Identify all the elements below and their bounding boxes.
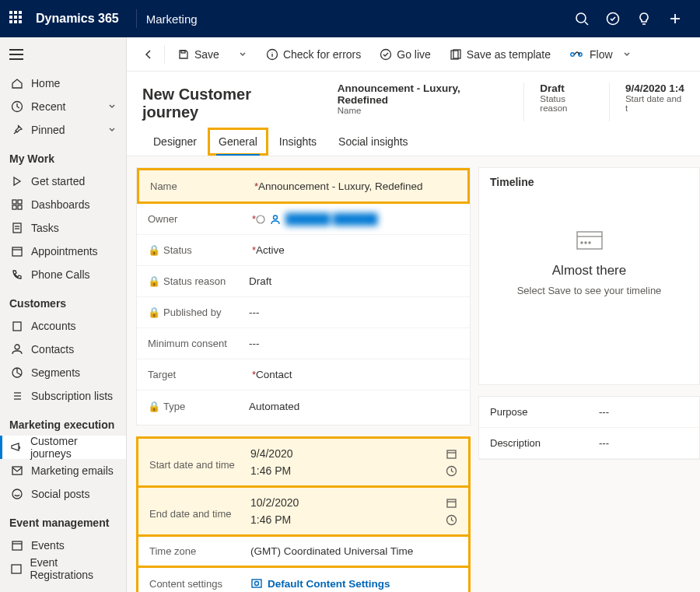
clock-icon — [446, 465, 457, 477]
flow-button[interactable]: Flow — [562, 42, 639, 67]
section-customers: Customers — [0, 286, 126, 314]
tab-designer[interactable]: Designer — [142, 128, 208, 156]
svg-rect-14 — [12, 247, 22, 256]
task-recorder-icon[interactable] — [597, 0, 628, 37]
topbar-divider — [136, 9, 137, 28]
header-date-field[interactable]: 9/4/2020 1:4Start date and t — [625, 82, 684, 113]
sidebar-accounts[interactable]: Accounts — [0, 314, 126, 338]
description-field[interactable]: Description--- — [479, 428, 699, 459]
tab-insights[interactable]: Insights — [268, 128, 327, 156]
svg-rect-23 — [12, 467, 22, 475]
start-datetime-field[interactable]: Start date and time 9/4/2020 1:46 PM — [138, 439, 468, 488]
status-reason-field[interactable]: 🔒Status reason Draft — [137, 266, 470, 297]
sidebar-recent[interactable]: Recent — [0, 95, 126, 118]
calendar-icon — [9, 245, 25, 257]
svg-point-37 — [257, 215, 264, 223]
sidebar-home[interactable]: Home — [0, 72, 126, 95]
status-field[interactable]: 🔒Status* Active — [137, 235, 470, 266]
sidebar-label: Tasks — [31, 222, 59, 234]
add-icon[interactable] — [660, 0, 691, 37]
sidebar-phone-calls[interactable]: Phone Calls — [0, 263, 126, 286]
name-field[interactable]: Name* Announcement - Luxury, Redefined — [139, 170, 467, 201]
lock-icon: 🔒 — [148, 307, 160, 318]
sidebar-label: Accounts — [31, 320, 76, 332]
end-datetime-field[interactable]: End date and time 10/2/2020 1:46 PM — [138, 488, 468, 537]
pin-icon — [9, 124, 25, 136]
sidebar-get-started[interactable]: Get started — [0, 170, 126, 193]
timeline-card: Timeline Almost there Select Save to see… — [478, 167, 700, 385]
svg-point-32 — [381, 49, 391, 59]
sidebar-events[interactable]: Events — [0, 534, 126, 557]
svg-rect-25 — [12, 541, 22, 550]
sidebar-contacts[interactable]: Contacts — [0, 338, 126, 361]
check-errors-button[interactable]: Check for errors — [258, 42, 369, 67]
chevron-down-icon — [107, 102, 117, 111]
header-status-field[interactable]: DraftStatus reason — [540, 82, 593, 113]
header-name-field[interactable]: Announcement - Luxury, RedefinedName — [338, 82, 509, 115]
sidebar-tasks[interactable]: Tasks — [0, 216, 126, 240]
svg-rect-7 — [12, 200, 16, 204]
timeline-heading: Almost there — [490, 263, 688, 278]
flow-icon — [569, 48, 585, 61]
calendar-icon — [9, 539, 25, 552]
section-marketing-execution: Marketing execution — [0, 408, 126, 436]
svg-rect-39 — [447, 450, 456, 458]
sidebar-subscription-lists[interactable]: Subscription lists — [0, 384, 126, 408]
general-form-card: Name* Announcement - Luxury, Redefined O… — [136, 167, 471, 426]
go-live-button[interactable]: Go live — [372, 42, 439, 67]
save-icon — [177, 48, 190, 61]
area-name[interactable]: Marketing — [146, 12, 198, 26]
sidebar-label: Phone Calls — [31, 268, 90, 281]
sidebar-pinned[interactable]: Pinned — [0, 118, 126, 142]
search-icon[interactable] — [566, 0, 597, 37]
sidebar-dashboards[interactable]: Dashboards — [0, 193, 126, 216]
published-by-field[interactable]: 🔒Published by --- — [137, 297, 470, 328]
clock-icon — [9, 100, 25, 113]
phone-icon — [9, 268, 25, 281]
save-as-template-button[interactable]: Save as template — [442, 42, 558, 67]
chevron-down-icon — [107, 125, 117, 135]
play-icon — [9, 175, 25, 187]
smile-icon — [9, 488, 25, 500]
sidebar-label: Subscription lists — [31, 390, 113, 402]
content-settings-field[interactable]: Content settings Default Content Setting… — [138, 568, 468, 592]
svg-line-1 — [585, 22, 588, 25]
purpose-field[interactable]: Purpose--- — [479, 397, 699, 428]
svg-point-18 — [15, 345, 19, 349]
app-launcher-icon[interactable] — [9, 11, 25, 26]
timezone-field[interactable]: Time zone (GMT) Coordinated Universal Ti… — [138, 537, 468, 568]
dashboard-icon — [9, 198, 25, 211]
sidebar-appointments[interactable]: Appointments — [0, 240, 126, 263]
sidebar-event-registrations[interactable]: Event Registrations — [0, 557, 126, 580]
sidebar: Home Recent Pinned My Work Get started D… — [0, 37, 127, 592]
sidebar-segments[interactable]: Segments — [0, 361, 126, 384]
command-bar: Save Check for errors Go live Save as te… — [127, 37, 700, 72]
tab-social-insights[interactable]: Social insights — [327, 128, 419, 156]
minimum-consent-field[interactable]: Minimum consent --- — [137, 328, 470, 359]
save-dropdown[interactable] — [230, 42, 255, 67]
record-tabs: Designer General Insights Social insight… — [127, 128, 700, 156]
sidebar-label: Recent — [31, 100, 65, 113]
calendar-icon — [446, 497, 457, 509]
sidebar-label: Events — [31, 539, 65, 552]
timeline-subtext: Select Save to see your timeline — [490, 285, 688, 296]
sidebar-social-posts[interactable]: Social posts — [0, 482, 126, 506]
sidebar-marketing-emails[interactable]: Marketing emails — [0, 459, 126, 482]
sidebar-label: Customer journeys — [30, 435, 117, 460]
sidebar-label: Appointments — [31, 245, 98, 257]
save-button[interactable]: Save — [170, 42, 227, 67]
back-button[interactable] — [135, 42, 159, 67]
sidebar-customer-journeys[interactable]: Customer journeys — [0, 436, 126, 459]
svg-point-0 — [576, 13, 586, 23]
sidebar-toggle-icon[interactable] — [9, 49, 23, 60]
settings-icon — [250, 577, 263, 590]
owner-field[interactable]: Owner* ██████ ██████ — [137, 204, 470, 235]
brand-name: Dynamics 365 — [36, 12, 119, 26]
svg-rect-33 — [451, 51, 458, 59]
clipboard-icon — [9, 222, 25, 234]
target-field[interactable]: Target* Contact — [137, 359, 470, 391]
tab-general[interactable]: General — [208, 128, 268, 156]
person-icon — [270, 214, 281, 225]
lightbulb-icon[interactable] — [628, 0, 660, 37]
type-field[interactable]: 🔒Type Automated — [137, 391, 470, 422]
